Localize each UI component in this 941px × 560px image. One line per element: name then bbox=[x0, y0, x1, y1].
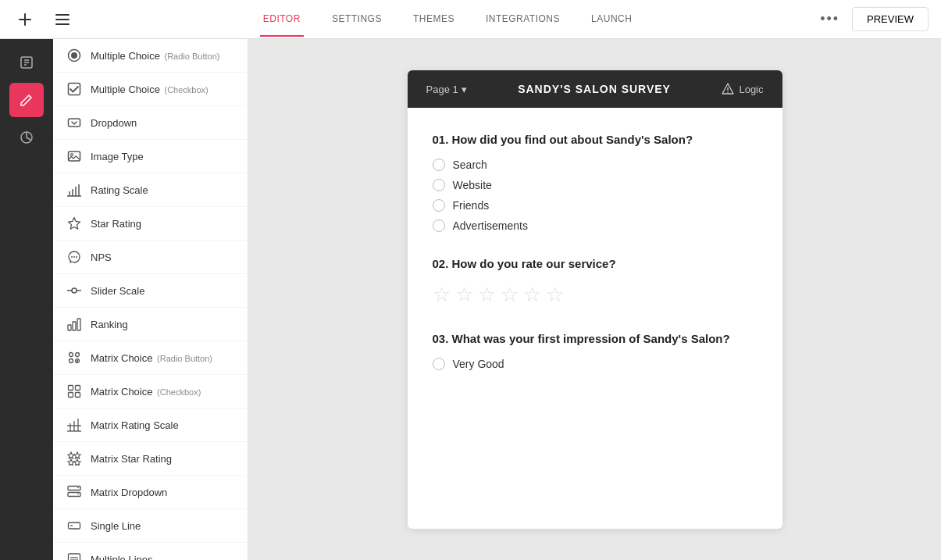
tab-launch[interactable]: LAUNCH bbox=[588, 2, 635, 37]
star-3[interactable]: ☆ bbox=[478, 283, 496, 307]
star-1[interactable]: ☆ bbox=[433, 283, 451, 307]
tab-settings[interactable]: SETTINGS bbox=[329, 2, 385, 37]
svg-point-26 bbox=[72, 288, 77, 293]
tab-integrations[interactable]: INTEGRATIONS bbox=[483, 2, 563, 37]
sidebar-label-rating-scale: Rating Scale bbox=[91, 184, 148, 196]
svg-rect-54 bbox=[69, 554, 80, 560]
sidebar-item-matrix-choice-checkbox[interactable]: Matrix Choice (Checkbox) bbox=[53, 375, 248, 408]
sidebar-item-image-type[interactable]: Image Type bbox=[53, 140, 248, 173]
sidebar-item-rating-scale[interactable]: Rating Scale bbox=[53, 173, 248, 207]
checkbox-icon bbox=[66, 80, 83, 98]
radio-advertisements[interactable] bbox=[433, 219, 445, 232]
tab-editor[interactable]: EDITOR bbox=[260, 2, 304, 37]
radio-icon bbox=[66, 47, 83, 64]
sidebar-item-matrix-rating-scale[interactable]: Matrix Rating Scale bbox=[53, 408, 248, 442]
sidebar-item-multiple-choice-radio[interactable]: Multiple Choice (Radio Button) bbox=[53, 39, 248, 73]
star-rating-row[interactable]: ☆ ☆ ☆ ☆ ☆ ☆ bbox=[433, 283, 757, 307]
radio-friends[interactable] bbox=[433, 199, 445, 212]
main-content: Page 1 ▾ SANDY'S SALON SURVEY Logic bbox=[248, 39, 941, 560]
sidebar-label-mc-checkbox: Multiple Choice (Checkbox) bbox=[91, 84, 209, 95]
svg-marker-44 bbox=[68, 452, 74, 458]
dropdown-icon bbox=[66, 114, 83, 131]
svg-rect-37 bbox=[69, 393, 73, 398]
star-5[interactable]: ☆ bbox=[523, 283, 541, 307]
sidebar-item-single-line[interactable]: Single Line bbox=[53, 509, 248, 543]
option-website: Website bbox=[433, 179, 757, 191]
option-very-good: Very Good bbox=[433, 358, 757, 370]
svg-rect-35 bbox=[69, 386, 73, 391]
matrix-dropdown-icon bbox=[66, 483, 83, 501]
question-2: 02. How do you rate our service? ☆ ☆ ☆ ☆… bbox=[433, 257, 757, 307]
icon-bar-edit[interactable] bbox=[9, 83, 44, 117]
sidebar-item-dropdown[interactable]: Dropdown bbox=[53, 106, 248, 140]
sidebar-item-ranking[interactable]: Ranking bbox=[53, 308, 248, 341]
radio-search[interactable] bbox=[433, 159, 445, 171]
page-selector[interactable]: Page 1 ▾ bbox=[426, 84, 467, 95]
sidebar-item-multiple-choice-checkbox[interactable]: Multiple Choice (Checkbox) bbox=[53, 73, 248, 106]
sidebar-label-matrix-dropdown: Matrix Dropdown bbox=[91, 487, 167, 498]
sidebar-item-star-rating[interactable]: Star Rating bbox=[53, 207, 248, 241]
sidebar-item-nps[interactable]: NPS bbox=[53, 241, 248, 274]
svg-marker-47 bbox=[74, 459, 80, 465]
matrix-checkbox-icon bbox=[66, 383, 83, 400]
svg-rect-38 bbox=[76, 393, 80, 398]
sidebar-item-matrix-star-rating[interactable]: Matrix Star Rating bbox=[53, 442, 248, 476]
tab-themes[interactable]: THEMES bbox=[410, 2, 458, 37]
sidebar-label-matrix-rating-scale: Matrix Rating Scale bbox=[91, 419, 179, 431]
menu-button[interactable] bbox=[50, 7, 75, 32]
star-4[interactable]: ☆ bbox=[501, 283, 519, 307]
option-advertisements: Advertisements bbox=[433, 219, 757, 232]
sidebar-label-matrix-radio: Matrix Choice (Radio Button) bbox=[91, 352, 212, 364]
icon-bar bbox=[0, 39, 53, 560]
matrix-radio-icon bbox=[66, 349, 83, 366]
star-6[interactable]: ☆ bbox=[546, 283, 564, 307]
single-line-icon bbox=[66, 517, 83, 534]
sidebar-item-multiple-lines[interactable]: Multiple Lines bbox=[53, 543, 248, 560]
question-1-text: 01. How did you find out about Sandy's S… bbox=[433, 133, 757, 146]
question-1: 01. How did you find out about Sandy's S… bbox=[433, 133, 757, 232]
question-2-text: 02. How do you rate our service? bbox=[433, 257, 757, 270]
star-2[interactable]: ☆ bbox=[455, 283, 473, 307]
svg-marker-21 bbox=[69, 218, 80, 230]
preview-button[interactable]: PREVIEW bbox=[852, 7, 929, 31]
sidebar-label-slider-scale: Slider Scale bbox=[91, 285, 144, 297]
rating-scale-icon bbox=[66, 181, 83, 198]
svg-point-15 bbox=[71, 154, 73, 156]
sidebar-item-matrix-dropdown[interactable]: Matrix Dropdown bbox=[53, 476, 248, 509]
add-button[interactable] bbox=[12, 7, 37, 32]
radio-website[interactable] bbox=[433, 179, 445, 191]
logic-label: Logic bbox=[739, 84, 763, 95]
sidebar: Multiple Choice (Radio Button) Multiple … bbox=[53, 39, 248, 560]
logic-button[interactable]: Logic bbox=[722, 83, 763, 95]
option-search-label: Search bbox=[453, 159, 487, 171]
image-icon bbox=[66, 148, 83, 165]
icon-bar-analytics[interactable] bbox=[9, 120, 44, 155]
option-very-good-label: Very Good bbox=[453, 358, 504, 370]
sidebar-label-mc-radio: Multiple Choice (Radio Button) bbox=[91, 50, 219, 62]
option-website-label: Website bbox=[453, 179, 492, 191]
sidebar-label-dropdown: Dropdown bbox=[91, 117, 137, 129]
sidebar-item-matrix-choice-radio[interactable]: Matrix Choice (Radio Button) bbox=[53, 341, 248, 375]
svg-marker-46 bbox=[68, 459, 74, 465]
nps-icon bbox=[66, 248, 83, 266]
sidebar-item-slider-scale[interactable]: Slider Scale bbox=[53, 274, 248, 308]
star-icon bbox=[66, 215, 83, 232]
option-advertisements-label: Advertisements bbox=[453, 219, 528, 232]
sidebar-label-nps: NPS bbox=[91, 251, 112, 263]
more-button[interactable]: ••• bbox=[820, 11, 839, 27]
svg-point-23 bbox=[73, 256, 75, 258]
top-nav: EDITOR SETTINGS THEMES INTEGRATIONS LAUN… bbox=[0, 0, 941, 39]
svg-point-33 bbox=[77, 360, 78, 362]
option-search: Search bbox=[433, 159, 757, 171]
slider-icon bbox=[66, 282, 83, 299]
icon-bar-forms[interactable] bbox=[9, 45, 44, 80]
sidebar-label-matrix-checkbox: Matrix Choice (Checkbox) bbox=[91, 386, 201, 398]
survey-header: Page 1 ▾ SANDY'S SALON SURVEY Logic bbox=[408, 70, 782, 108]
sidebar-label-image-type: Image Type bbox=[91, 151, 144, 162]
svg-rect-29 bbox=[77, 319, 80, 330]
svg-point-31 bbox=[76, 353, 80, 357]
question-3: 03. What was your first impression of Sa… bbox=[433, 332, 757, 370]
svg-point-22 bbox=[71, 256, 73, 258]
page-chevron: ▾ bbox=[462, 84, 467, 95]
radio-very-good[interactable] bbox=[433, 358, 445, 370]
